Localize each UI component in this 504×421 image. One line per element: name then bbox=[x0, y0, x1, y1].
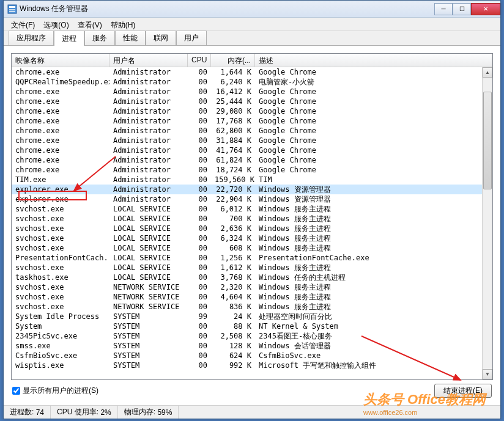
show-all-users-checkbox[interactable] bbox=[12, 387, 20, 395]
close-button[interactable]: ✕ bbox=[471, 3, 500, 15]
scroll-up-button[interactable]: ▲ bbox=[483, 67, 492, 78]
cell: 00 bbox=[188, 126, 211, 136]
cell: SYSTEM bbox=[109, 331, 188, 341]
process-row[interactable]: svchost.exeLOCAL SERVICE001,612 KWindows… bbox=[12, 263, 482, 273]
cell: Administrator bbox=[109, 126, 188, 136]
scroll-down-button[interactable]: ▼ bbox=[483, 369, 492, 379]
process-row[interactable]: SystemSYSTEM0088 KNT Kernel & System bbox=[12, 321, 482, 331]
process-row[interactable]: chrome.exeAdministrator0016,412 KGoogle … bbox=[12, 87, 482, 97]
process-row[interactable]: svchost.exeLOCAL SERVICE006,324 KWindows… bbox=[12, 233, 482, 243]
process-row[interactable]: CsfmBioSvc.exeSYSTEM00624 KCsfmBioSvc.ex… bbox=[12, 351, 482, 361]
col-header-description[interactable]: 描述 bbox=[255, 54, 492, 67]
menu-file[interactable]: 文件(F) bbox=[7, 19, 39, 29]
cell: Administrator bbox=[109, 116, 188, 126]
process-row[interactable]: wisptis.exeSYSTEM00992 KMicrosoft 手写笔和触控… bbox=[12, 361, 482, 370]
tab-applications[interactable]: 应用程序 bbox=[9, 31, 54, 45]
process-row[interactable]: svchost.exeLOCAL SERVICE006,012 KWindows… bbox=[12, 204, 482, 214]
cell: 128 K bbox=[211, 341, 255, 351]
cell: PresentationFontCach... bbox=[12, 253, 109, 263]
process-row[interactable]: chrome.exeAdministrator0029,080 KGoogle … bbox=[12, 106, 482, 116]
cell: Google Chrome bbox=[255, 97, 482, 106]
process-row[interactable]: System Idle ProcessSYSTEM9924 K处理器空闲时间百分… bbox=[12, 312, 482, 321]
tab-performance[interactable]: 性能 bbox=[115, 31, 146, 45]
cell: 00 bbox=[188, 165, 211, 175]
cell: Administrator bbox=[109, 185, 188, 194]
cell: LOCAL SERVICE bbox=[109, 214, 188, 224]
cell: SYSTEM bbox=[109, 321, 188, 331]
cell: LOCAL SERVICE bbox=[109, 273, 188, 282]
tab-networking[interactable]: 联网 bbox=[146, 31, 176, 45]
col-header-user[interactable]: 用户名 bbox=[109, 54, 188, 67]
process-row[interactable]: 2345PicSvc.exeSYSTEM002,508 K2345看图王-核心服… bbox=[12, 331, 482, 341]
menu-view[interactable]: 查看(V) bbox=[74, 19, 106, 29]
chevron-down-icon: ▼ bbox=[485, 372, 490, 377]
process-row[interactable]: svchost.exeNETWORK SERVICE002,320 KWindo… bbox=[12, 282, 482, 292]
process-row[interactable]: PresentationFontCach...LOCAL SERVICE001,… bbox=[12, 253, 482, 263]
vertical-scrollbar[interactable]: ▲ ▼ bbox=[482, 67, 492, 379]
menu-options[interactable]: 选项(O) bbox=[40, 19, 72, 29]
process-row[interactable]: svchost.exeNETWORK SERVICE004,604 KWindo… bbox=[12, 292, 482, 302]
cell: svchost.exe bbox=[12, 204, 109, 214]
process-row[interactable]: svchost.exeLOCAL SERVICE002,636 KWindows… bbox=[12, 224, 482, 233]
cell: SYSTEM bbox=[109, 341, 188, 351]
cell: System Idle Process bbox=[12, 312, 109, 321]
cell: Google Chrome bbox=[255, 116, 482, 126]
process-row[interactable]: taskhost.exeLOCAL SERVICE003,768 KWindow… bbox=[12, 273, 482, 282]
cell: 61,824 K bbox=[211, 155, 255, 165]
tab-services[interactable]: 服务 bbox=[84, 31, 115, 45]
tab-processes[interactable]: 进程 bbox=[54, 31, 84, 46]
process-row[interactable]: chrome.exeAdministrator0041,764 KGoogle … bbox=[12, 145, 482, 155]
process-row[interactable]: chrome.exeAdministrator0031,884 KGoogle … bbox=[12, 136, 482, 145]
process-row[interactable]: QQPCRealTimeSpeedup.exeAdministrator006,… bbox=[12, 77, 482, 87]
cell: 31,884 K bbox=[211, 136, 255, 145]
scrollbar-thumb[interactable] bbox=[483, 92, 492, 189]
minimize-button[interactable]: ─ bbox=[434, 3, 453, 15]
cell: 624 K bbox=[211, 351, 255, 361]
col-header-cpu[interactable]: CPU bbox=[188, 54, 211, 67]
process-row[interactable]: chrome.exeAdministrator0061,824 KGoogle … bbox=[12, 155, 482, 165]
process-row[interactable]: TIM.exeAdministrator00159,560 KTIM bbox=[12, 175, 482, 185]
process-row[interactable]: explorer.exeAdministrator0022,720 KWindo… bbox=[12, 185, 482, 194]
cell: chrome.exe bbox=[12, 97, 109, 106]
col-header-image[interactable]: 映像名称 bbox=[12, 54, 109, 67]
col-header-memory[interactable]: 内存(... bbox=[211, 54, 255, 67]
cell: 00 bbox=[188, 155, 211, 165]
cell: 00 bbox=[188, 233, 211, 243]
process-row[interactable]: chrome.exeAdministrator001,644 KGoogle C… bbox=[12, 67, 482, 77]
cell: chrome.exe bbox=[12, 145, 109, 155]
process-row[interactable]: svchost.exeNETWORK SERVICE00836 KWindows… bbox=[12, 302, 482, 312]
cell: Google Chrome bbox=[255, 67, 482, 77]
cell: Administrator bbox=[109, 136, 188, 145]
cell: LOCAL SERVICE bbox=[109, 204, 188, 214]
cell: 00 bbox=[188, 185, 211, 194]
process-row[interactable]: svchost.exeLOCAL SERVICE00608 KWindows 服… bbox=[12, 243, 482, 253]
maximize-button[interactable]: ☐ bbox=[453, 3, 471, 15]
cell: Google Chrome bbox=[255, 165, 482, 175]
process-row[interactable]: chrome.exeAdministrator0018,724 KGoogle … bbox=[12, 165, 482, 175]
cell: 17,768 K bbox=[211, 116, 255, 126]
process-row[interactable]: svchost.exeLOCAL SERVICE00700 KWindows 服… bbox=[12, 214, 482, 224]
menu-help[interactable]: 帮助(H) bbox=[107, 19, 139, 29]
cell: 00 bbox=[188, 282, 211, 292]
cell: SYSTEM bbox=[109, 361, 188, 370]
maximize-icon: ☐ bbox=[459, 6, 465, 12]
listview-body[interactable]: chrome.exeAdministrator001,644 KGoogle C… bbox=[12, 67, 482, 379]
cell: 00 bbox=[188, 361, 211, 370]
process-row[interactable]: explorer.exeAdministrator0022,904 KWindo… bbox=[12, 194, 482, 204]
titlebar[interactable]: Windows 任务管理器 ─ ☐ ✕ bbox=[4, 1, 500, 18]
cell: LOCAL SERVICE bbox=[109, 263, 188, 273]
cell: LOCAL SERVICE bbox=[109, 233, 188, 243]
cell: Administrator bbox=[109, 67, 188, 77]
process-row[interactable]: smss.exeSYSTEM00128 KWindows 会话管理器 bbox=[12, 341, 482, 351]
end-process-button[interactable]: 结束进程(E) bbox=[434, 384, 492, 398]
process-row[interactable]: chrome.exeAdministrator0062,800 KGoogle … bbox=[12, 126, 482, 136]
cell: 6,324 K bbox=[211, 233, 255, 243]
cell: 处理器空闲时间百分比 bbox=[255, 312, 482, 321]
cell: LOCAL SERVICE bbox=[109, 224, 188, 233]
tab-users[interactable]: 用户 bbox=[176, 31, 207, 45]
show-all-users-checkbox-wrap[interactable]: 显示所有用户的进程(S) bbox=[12, 386, 98, 396]
cell: svchost.exe bbox=[12, 302, 109, 312]
cell: 836 K bbox=[211, 302, 255, 312]
process-row[interactable]: chrome.exeAdministrator0017,768 KGoogle … bbox=[12, 116, 482, 126]
process-row[interactable]: chrome.exeAdministrator0025,444 KGoogle … bbox=[12, 97, 482, 106]
